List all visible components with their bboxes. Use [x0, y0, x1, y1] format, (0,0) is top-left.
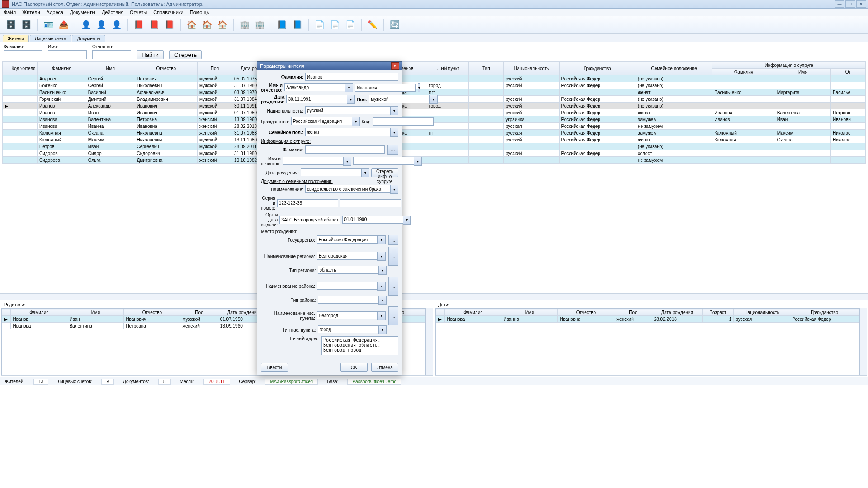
table-row[interactable]: АндреевСергейПетровичмужской05.02.197544…: [3, 75, 866, 82]
table-row[interactable]: КалюжнаяОксанаНиколаевнаженский31.07.198…: [3, 130, 866, 136]
book-add-icon[interactable]: 📘: [276, 19, 288, 31]
building-user-icon[interactable]: 🏢: [254, 19, 266, 31]
user-edit-icon[interactable]: 👤: [95, 19, 108, 31]
input-fam[interactable]: [305, 73, 398, 81]
table-row[interactable]: КалюжныйМаксимНиколаевичмужской13.11.198…: [3, 136, 866, 143]
input-regname[interactable]: [317, 252, 377, 260]
house-add-icon[interactable]: 🏠: [185, 19, 198, 31]
dd-loctype[interactable]: ▾: [378, 325, 387, 334]
btn-cancel[interactable]: Отмена: [371, 363, 398, 372]
btn-sp-fam-lookup[interactable]: …: [387, 145, 398, 155]
children-grid[interactable]: ФамилияИмяОтчествоПолДата рожденияВозрас…: [435, 308, 860, 375]
dd-sp-patr[interactable]: ▾: [414, 157, 422, 166]
doc-add-icon[interactable]: 📄: [313, 19, 326, 31]
table-row[interactable]: ▶ИвановаИваннаИвановнаженский28.02.20181…: [436, 316, 859, 323]
search-clear-button[interactable]: Стереть: [169, 50, 202, 59]
user-remove-icon[interactable]: 👤: [110, 19, 123, 31]
dd-sp-name[interactable]: ▾: [343, 157, 351, 166]
input-sp-patr[interactable]: [353, 157, 414, 165]
input-distname[interactable]: [317, 282, 377, 290]
menu-actions[interactable]: Действия: [102, 9, 123, 15]
close-button[interactable]: ✕: [856, 0, 866, 8]
dd-orgdate[interactable]: ▾: [403, 216, 411, 225]
db-add-icon[interactable]: 🗄️: [5, 19, 17, 31]
grid-hscroll[interactable]: [0, 293, 868, 300]
input-sex[interactable]: [369, 95, 429, 103]
dd-disttype[interactable]: ▾: [378, 296, 387, 305]
input-regtype[interactable]: [318, 266, 378, 274]
input-code[interactable]: [373, 117, 434, 126]
search-fam-input[interactable]: [4, 50, 42, 59]
menu-addresses[interactable]: Адреса: [47, 9, 64, 15]
dd-sex[interactable]: ▾: [429, 95, 438, 104]
children-vscroll[interactable]: [860, 308, 867, 375]
user-add-icon[interactable]: 👤: [80, 19, 92, 31]
table-row[interactable]: БоженкоСергейНиколаевичмужской31.07.1980…: [3, 82, 866, 89]
search-find-button[interactable]: Найти: [137, 50, 164, 59]
house-remove-icon[interactable]: 🏠: [216, 19, 229, 31]
input-orgdate[interactable]: [342, 216, 403, 224]
dd-regtype[interactable]: ▾: [378, 266, 387, 275]
menu-file[interactable]: Файл: [4, 9, 16, 15]
input-sp-name[interactable]: [283, 157, 343, 165]
input-state[interactable]: [317, 235, 377, 244]
input-locname[interactable]: [317, 311, 377, 319]
btn-ok[interactable]: OK: [340, 363, 368, 372]
doc-remove-icon[interactable]: 📄: [344, 19, 357, 31]
menu-documents[interactable]: Документы: [70, 9, 95, 15]
passport-edit-icon[interactable]: 📕: [148, 19, 160, 31]
tab-accounts[interactable]: Лицевые счета: [30, 35, 71, 42]
dd-name[interactable]: ▾: [345, 83, 353, 92]
tab-documents[interactable]: Документы: [72, 35, 105, 42]
input-sp-dob[interactable]: [301, 168, 361, 176]
dialog-close-button[interactable]: ✕: [391, 62, 399, 70]
table-row[interactable]: СидоровСидорСидоровичмужской31.01.198039…: [3, 150, 866, 157]
btn-clear-spouse[interactable]: Стереть инф. о супруге: [371, 168, 398, 177]
input-cit[interactable]: [291, 117, 352, 125]
passport-add-icon[interactable]: 📕: [132, 19, 145, 31]
dd-docname[interactable]: ▾: [390, 185, 398, 194]
dd-cit[interactable]: ▾: [352, 117, 360, 126]
card-icon[interactable]: 🪪: [42, 19, 55, 31]
btn-locality-lookup[interactable]: …: [388, 306, 398, 325]
passport-remove-icon[interactable]: 📕: [163, 19, 176, 31]
dd-regname[interactable]: ▾: [377, 252, 386, 261]
dd-patr[interactable]: ▾: [418, 83, 420, 92]
table-row[interactable]: ИвановИванИвановичмужской01.07.195069Укр…: [3, 109, 866, 116]
input-org[interactable]: [279, 216, 340, 224]
refresh-icon[interactable]: 🔄: [388, 19, 401, 31]
table-row[interactable]: ИвановаИваннаИвановнаженский28.02.20181р…: [3, 123, 866, 130]
menu-residents[interactable]: Жители: [22, 9, 40, 15]
book-remove-icon[interactable]: 📘: [291, 19, 304, 31]
table-row[interactable]: ИвановаВалентинаПетровнаженский13.09.196…: [3, 116, 866, 123]
db-remove-icon[interactable]: 🗄️: [20, 19, 33, 31]
card-export-icon[interactable]: 📤: [57, 19, 70, 31]
btn-district-lookup[interactable]: …: [388, 277, 398, 296]
search-patr-input[interactable]: [92, 50, 131, 59]
menu-references[interactable]: Справочники: [153, 9, 184, 15]
input-number[interactable]: [340, 199, 401, 207]
input-exactaddr[interactable]: [321, 336, 398, 355]
btn-enter[interactable]: Ввести: [261, 363, 288, 372]
input-docname[interactable]: [305, 185, 390, 193]
house-edit-icon[interactable]: 🏠: [201, 19, 213, 31]
maximize-button[interactable]: □: [845, 0, 855, 8]
input-nat[interactable]: [305, 106, 390, 114]
doc-edit-icon[interactable]: 📄: [329, 19, 341, 31]
input-disttype[interactable]: [318, 296, 378, 304]
table-row[interactable]: ПетровИванСергеевичмужской28.09.20118(не…: [3, 143, 866, 150]
dd-sp-dob[interactable]: ▾: [361, 168, 369, 177]
menu-reports[interactable]: Отчеты: [130, 9, 147, 15]
dd-distname[interactable]: ▾: [377, 282, 386, 291]
menu-help[interactable]: Помощь: [190, 9, 209, 15]
dd-state[interactable]: ▾: [377, 235, 386, 244]
search-name-input[interactable]: [48, 50, 87, 59]
input-name[interactable]: [284, 83, 345, 91]
dd-nat[interactable]: ▾: [390, 106, 398, 115]
input-series[interactable]: [277, 199, 338, 207]
building-icon[interactable]: 🏢: [238, 19, 251, 31]
input-marital[interactable]: [305, 128, 390, 136]
dd-marital[interactable]: ▾: [390, 128, 398, 137]
input-patr[interactable]: [355, 84, 416, 92]
input-loctype[interactable]: [318, 325, 378, 333]
